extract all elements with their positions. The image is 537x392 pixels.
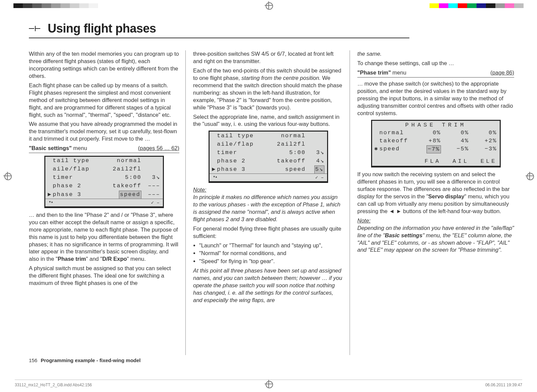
lcd-screen-phases-switched: tail typenormalaile/flap2ail2fltimer5:00… xyxy=(209,131,328,183)
paragraph: To change these settings, call up the … xyxy=(357,60,514,67)
paragraph: Each flight phase can be called up by me… xyxy=(29,82,179,119)
paragraph: Within any of the ten model memories you… xyxy=(29,50,179,80)
colorbar-right xyxy=(430,3,524,8)
lcd-row: tail typenormal xyxy=(45,157,163,165)
lcd-row: ✱speed−7%−5%−3% xyxy=(372,145,500,153)
bullet-list: "Launch" or "Thermal" for launch and "st… xyxy=(193,242,344,265)
lcd-row: aile/flap2ail2fl xyxy=(210,140,327,148)
list-item: "Normal" for normal conditions, and xyxy=(199,250,344,257)
page-footer: 156 Programming example - fixed-wing mod… xyxy=(29,357,141,363)
paragraph: For general model flying three flight ph… xyxy=(193,225,344,240)
page-footer-title: Programming example - fixed-wing model xyxy=(41,357,141,363)
page-number: 156 xyxy=(29,357,37,363)
lcd-screen-phase-trim: PHASE TRIMnormal0%0%0%takeoff+8%4%+2%✱sp… xyxy=(371,120,501,168)
swatch xyxy=(430,3,439,8)
section-header: Using flight phases xyxy=(29,21,156,36)
swatch xyxy=(495,3,505,8)
swatch xyxy=(448,3,458,8)
header-rule xyxy=(29,38,409,38)
section-icon xyxy=(29,25,40,32)
page: Using flight phases Within any of the te… xyxy=(0,0,537,392)
page-title: Using flight phases xyxy=(48,21,156,36)
menu-reference: "Phase trim" menu (page 86) xyxy=(357,69,514,78)
paragraph: the same. xyxy=(357,50,514,58)
note: Note: In principle it makes no differenc… xyxy=(193,186,344,223)
paragraph: … and then to the line "Phase 2" and / o… xyxy=(29,211,179,263)
lcd-row: ▶phase 3speed––– xyxy=(45,190,163,199)
print-timestamp: 06.06.2011 19:39:47 xyxy=(485,383,522,387)
swatch xyxy=(467,3,477,8)
menu-ref-left: "Phase trim" menu xyxy=(357,69,406,77)
print-file: 33112_mx12_HoTT_2_GB.indd Abs42:156 xyxy=(15,383,92,387)
column-3: the same. To change these settings, call… xyxy=(357,50,514,355)
paragraph: A physical switch must be assigned so th… xyxy=(29,265,179,287)
swatch xyxy=(13,3,23,8)
lcd-screen-basic-settings: tail typenormalaile/flap2ail2fltimer5:00… xyxy=(44,156,164,208)
swatch xyxy=(439,3,448,8)
paragraph: Select the appropriate line, name, and s… xyxy=(193,113,344,128)
registration-mark-icon xyxy=(526,172,534,180)
paragraph: three-position switches SW 4/5 or 6/7, l… xyxy=(193,50,344,65)
lcd-row: phase 2takeoff––– xyxy=(45,182,163,190)
menu-ref-right: (page 86) xyxy=(490,69,514,77)
lcd-row: takeoff+8%4%+2% xyxy=(372,137,500,145)
print-footer: 33112_mx12_HoTT_2_GB.indd Abs42:156 06.0… xyxy=(15,383,522,387)
lcd-row: timer5:003↘ xyxy=(210,148,327,157)
swatch xyxy=(89,3,98,8)
lcd-row: timer5:003↘ xyxy=(45,174,163,182)
lcd-row: normal0%0%0% xyxy=(372,129,500,137)
lcd-footer: ▾▴✓ – xyxy=(210,174,327,181)
lcd-header: PHASE TRIM xyxy=(372,121,500,129)
lcd-row: ▶phase 3speed5↘ xyxy=(210,165,327,174)
swatch xyxy=(23,3,32,8)
paragraph: … move the phase switch (or switches) to… xyxy=(357,80,514,117)
column-2: three-position switches SW 4/5 or 6/7, l… xyxy=(193,50,350,355)
paragraph: Each of the two end-points of this switc… xyxy=(193,67,344,111)
paragraph: We assume that you have already programm… xyxy=(29,120,179,143)
registration-mark-icon xyxy=(3,172,11,180)
print-rule xyxy=(15,380,522,380)
lcd-row: phase 2takeoff4↘ xyxy=(210,157,327,165)
swatch xyxy=(51,3,60,8)
swatch xyxy=(32,3,42,8)
list-item: "Launch" or "Thermal" for launch and "st… xyxy=(199,242,344,249)
swatch xyxy=(98,3,107,8)
column-1: Within any of the ten model memories you… xyxy=(29,50,186,355)
menu-ref-right: (pages 56 … 62) xyxy=(138,145,179,152)
swatch xyxy=(70,3,79,8)
colorbar-left xyxy=(13,3,107,8)
swatch xyxy=(514,3,524,8)
note: Note: Depending on the information you h… xyxy=(357,217,514,254)
menu-reference: "Basic settings" menu (pages 56 … 62) xyxy=(29,145,179,153)
lcd-row: tail typenormal xyxy=(210,132,327,140)
paragraph: At this point all three phases have been… xyxy=(193,267,344,304)
swatch xyxy=(60,3,70,8)
paragraph: If you now switch the receiving system o… xyxy=(357,171,514,215)
swatch xyxy=(477,3,486,8)
lcd-footer: FLAAILELE xyxy=(372,153,500,166)
menu-ref-left: "Basic settings" menu xyxy=(29,145,87,152)
swatch xyxy=(486,3,495,8)
swatch xyxy=(505,3,514,8)
list-item: "Speed" for flying in "top gear". xyxy=(199,258,344,265)
swatch xyxy=(458,3,467,8)
lcd-footer: ▾▴✓ – xyxy=(45,199,163,206)
swatch xyxy=(42,3,51,8)
registration-mark-icon xyxy=(265,1,273,9)
content-columns: Within any of the ten model memories you… xyxy=(29,50,514,355)
swatch xyxy=(79,3,89,8)
lcd-row: aile/flap2ail2fl xyxy=(45,165,163,174)
